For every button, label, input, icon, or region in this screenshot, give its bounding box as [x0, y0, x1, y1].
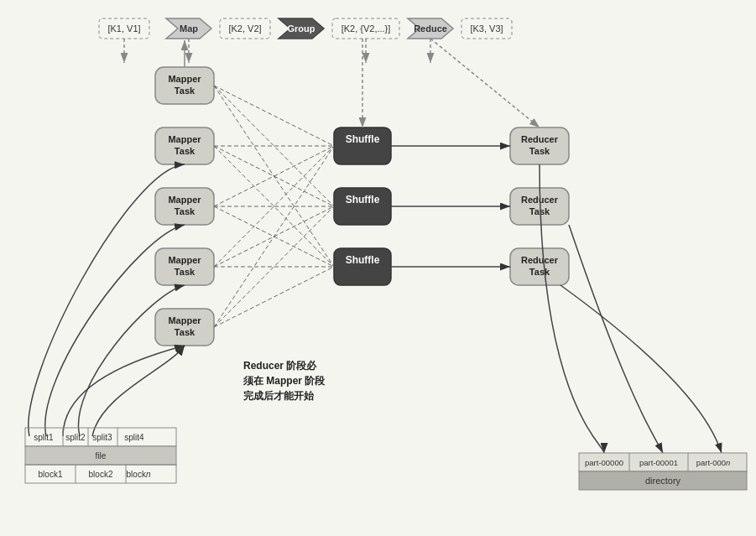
svg-text:Mapper: Mapper	[168, 255, 201, 265]
svg-text:[K1, V1]: [K1, V1]	[107, 23, 140, 34]
svg-text:Shuffle: Shuffle	[346, 254, 380, 266]
svg-text:part-00000: part-00000	[585, 458, 623, 467]
svg-text:part-00001: part-00001	[639, 458, 678, 467]
svg-line-65	[214, 267, 334, 327]
svg-text:Task: Task	[175, 86, 196, 96]
svg-text:Map: Map	[180, 23, 198, 34]
svg-text:directory: directory	[645, 476, 681, 486]
svg-text:Mapper: Mapper	[168, 195, 201, 205]
svg-text:Reduce: Reduce	[414, 23, 447, 34]
svg-text:split1: split1	[34, 433, 54, 442]
svg-text:split3: split3	[92, 433, 112, 442]
svg-line-51	[214, 86, 334, 146]
svg-text:[K2, {V2,...}]: [K2, {V2,...}]	[342, 23, 391, 34]
svg-text:Reducer: Reducer	[521, 134, 559, 144]
svg-text:Task: Task	[175, 146, 196, 156]
svg-text:Mapper: Mapper	[168, 74, 201, 84]
svg-text:block1: block1	[39, 470, 63, 479]
svg-text:Mapper: Mapper	[168, 315, 201, 325]
svg-text:Reducer 阶段必: Reducer 阶段必	[243, 360, 317, 372]
svg-line-63	[214, 146, 334, 327]
svg-text:Task: Task	[175, 206, 196, 216]
svg-text:part-000n: part-000n	[696, 458, 731, 467]
svg-text:Mapper: Mapper	[168, 134, 201, 144]
svg-text:split4: split4	[124, 433, 144, 442]
svg-text:split2: split2	[65, 433, 86, 442]
diagram-container: [K1, V1] Map [K2, V2] Group [K2, {V2,...…	[0, 0, 756, 536]
svg-text:[K2, V2]: [K2, V2]	[228, 23, 261, 34]
svg-text:file: file	[96, 451, 107, 461]
svg-text:Task: Task	[175, 267, 196, 277]
svg-text:完成后才能开始: 完成后才能开始	[243, 390, 315, 402]
svg-text:Shuffle: Shuffle	[346, 133, 380, 145]
svg-text:Reducer: Reducer	[521, 255, 559, 265]
svg-text:blockn: blockn	[127, 470, 151, 479]
svg-text:Task: Task	[529, 146, 550, 156]
svg-line-98	[430, 39, 540, 127]
svg-text:Task: Task	[175, 327, 196, 337]
svg-text:Group: Group	[288, 23, 315, 34]
svg-text:[K3, V3]: [K3, V3]	[470, 23, 503, 34]
diagram-svg: [K1, V1] Map [K2, V2] Group [K2, {V2,...…	[0, 0, 756, 536]
svg-text:block2: block2	[89, 470, 113, 479]
svg-text:须在 Mapper 阶段: 须在 Mapper 阶段	[242, 375, 326, 387]
svg-text:Task: Task	[529, 267, 550, 277]
svg-text:Shuffle: Shuffle	[346, 194, 380, 206]
